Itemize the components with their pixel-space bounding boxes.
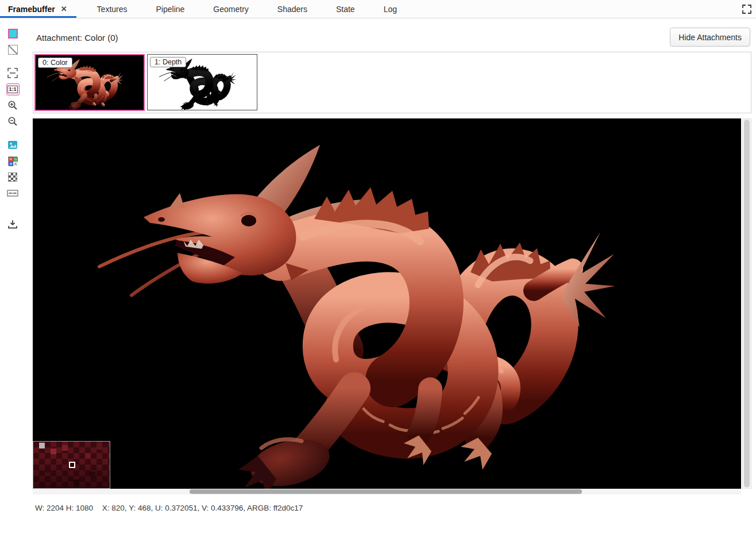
texture-viewport[interactable] <box>33 118 741 489</box>
image-overlay-icon[interactable] <box>5 137 21 152</box>
attachment-badge: 0: Color <box>38 57 72 68</box>
framebuffer-panel: Attachment: Color (0) Hide Attachments 0… <box>25 18 756 533</box>
texture-toolbar: 1:1 R G B A <box>0 18 25 533</box>
texture-dimensions: W: 2204 H: 1080 <box>35 504 93 512</box>
horizontal-scrollbar[interactable] <box>33 489 741 494</box>
pixel-context-overlay <box>33 441 110 489</box>
tab-textures[interactable]: Textures <box>89 0 136 18</box>
attachment-badge: 1: Depth <box>150 57 186 67</box>
zoom-actual-icon[interactable]: 1:1 <box>5 82 21 97</box>
tab-label: Framebuffer <box>8 5 55 14</box>
attachment-thumbnail-color[interactable]: 0: Color <box>34 54 145 111</box>
tabbar: Framebuffer ✕ Textures Pipeline Geometry… <box>0 0 756 18</box>
zoom-in-icon[interactable] <box>5 98 21 113</box>
attachments-panel: 0: Color 1: Depth <box>33 52 751 113</box>
attachment-label: Attachment: Color (0) <box>36 33 118 43</box>
checker-background-toggle[interactable] <box>5 42 21 57</box>
tab-log[interactable]: Log <box>376 0 405 18</box>
fit-window-icon[interactable] <box>5 66 21 80</box>
hscroll-thumb[interactable] <box>190 489 582 494</box>
picked-pixel-marker <box>69 462 75 468</box>
hide-attachments-button[interactable]: Hide Attachments <box>670 28 750 47</box>
statusbar: W: 2204 H: 1080 X: 820, Y: 468, U: 0.372… <box>33 504 751 512</box>
background-color-swatch[interactable] <box>5 26 21 41</box>
save-texture-icon[interactable] <box>5 217 21 232</box>
tab-framebuffer[interactable]: Framebuffer ✕ <box>0 0 76 18</box>
vertical-scrollbar[interactable] <box>742 118 751 489</box>
attachment-thumbnail-depth[interactable]: 1: Depth <box>147 54 257 110</box>
zoom-out-icon[interactable] <box>5 114 21 129</box>
range-histogram-icon[interactable] <box>5 186 21 201</box>
close-tab-icon[interactable]: ✕ <box>60 5 68 13</box>
tab-geometry[interactable]: Geometry <box>205 0 256 18</box>
fullscreen-icon[interactable] <box>738 0 756 18</box>
pixel-info: X: 820, Y: 468, U: 0.372051, V: 0.433796… <box>102 504 303 512</box>
alpha-checker-icon[interactable] <box>5 170 21 185</box>
tab-pipeline[interactable]: Pipeline <box>148 0 193 18</box>
tab-state[interactable]: State <box>328 0 363 18</box>
tab-shaders[interactable]: Shaders <box>269 0 315 18</box>
app-window: Framebuffer ✕ Textures Pipeline Geometry… <box>0 0 756 533</box>
rgba-channels-icon[interactable]: R G B A <box>5 154 21 168</box>
